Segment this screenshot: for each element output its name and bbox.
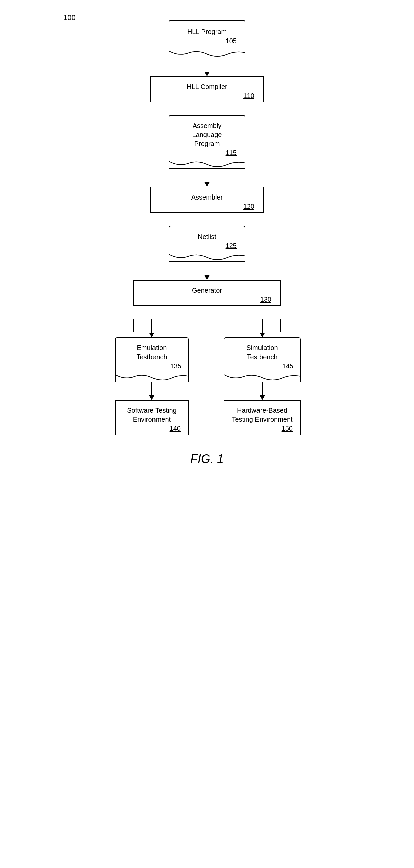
line-assembler-to-netlist	[207, 213, 207, 226]
diagram: 100 HLL Program 105 HLL Compiler 110	[57, 13, 357, 466]
arrow-to-simulation	[260, 319, 265, 337]
emulation-testbench-label: Emulation Testbench	[121, 343, 182, 362]
software-testing-number: 140	[121, 425, 182, 433]
hardware-testing-label: Hardware-Based Testing Environment	[230, 406, 295, 424]
fork-section: Emulation Testbench 135 So	[107, 306, 307, 435]
arrow-emulation-to-software	[149, 382, 154, 400]
arrow-netlist-to-generator	[204, 262, 210, 280]
figure-label: FIG. 1	[190, 452, 224, 466]
hll-program-node: HLL Program 105	[169, 20, 245, 58]
assembler-label: Assembler	[158, 193, 256, 202]
generator-number: 130	[141, 296, 273, 303]
software-testing-node: Software Testing Environment 140	[115, 400, 188, 435]
simulation-testbench-node: Simulation Testbench 145	[224, 337, 301, 382]
assembler-number: 120	[158, 203, 256, 210]
netlist-node: Netlist 125	[169, 226, 245, 262]
software-testing-label: Software Testing Environment	[121, 406, 182, 424]
emulation-testbench-number: 135	[121, 362, 182, 370]
simulation-testbench-number: 145	[230, 362, 295, 370]
assembly-language-number: 115	[176, 149, 238, 157]
arrow-simulation-to-hardware	[260, 382, 265, 400]
assembly-language-node: Assembly Language Program 115	[169, 115, 245, 169]
hll-compiler-label: HLL Compiler	[158, 82, 256, 91]
netlist-label: Netlist	[176, 232, 238, 241]
netlist-number: 125	[176, 242, 238, 250]
hll-compiler-node: HLL Compiler 110	[150, 76, 264, 102]
emulation-testbench-node: Emulation Testbench 135	[115, 337, 188, 382]
arrow-hll-to-compiler	[204, 58, 210, 76]
hll-program-label: HLL Program	[176, 27, 238, 36]
assembly-language-label: Assembly Language Program	[176, 121, 238, 148]
simulation-branch: Simulation Testbench 145 H	[217, 319, 307, 435]
arrow-to-emulation	[149, 319, 154, 337]
line-compiler-to-assembly	[207, 102, 207, 115]
hardware-testing-node: Hardware-Based Testing Environment 150	[224, 400, 301, 435]
hll-compiler-number: 110	[158, 92, 256, 100]
emulation-branch: Emulation Testbench 135 So	[107, 319, 197, 435]
generator-label: Generator	[141, 286, 273, 295]
simulation-testbench-label: Simulation Testbench	[230, 343, 295, 362]
arrow-assembly-to-assembler	[204, 169, 210, 187]
generator-node: Generator 130	[133, 280, 281, 306]
hll-program-number: 105	[176, 37, 238, 45]
assembler-node: Assembler 120	[150, 187, 264, 213]
hardware-testing-number: 150	[230, 425, 295, 433]
diagram-main-label: 100	[63, 13, 76, 22]
